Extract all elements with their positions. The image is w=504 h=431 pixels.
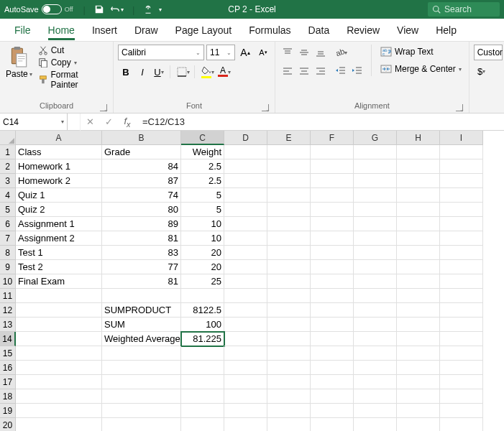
cut-button[interactable]: Cut [37, 45, 109, 56]
decrease-font-button[interactable]: A▾ [255, 45, 271, 60]
cell-I13[interactable] [440, 318, 483, 332]
cell-F17[interactable] [311, 375, 354, 389]
cell-F7[interactable] [311, 231, 354, 246]
row-header-2[interactable]: 2 [0, 159, 16, 174]
cell-D3[interactable] [224, 174, 267, 188]
cell-C8[interactable]: 20 [181, 246, 224, 260]
cell-C3[interactable]: 2.5 [181, 174, 224, 188]
cell-I14[interactable] [440, 332, 483, 346]
align-top-button[interactable] [280, 45, 295, 60]
align-left-button[interactable] [280, 63, 295, 79]
cell-I19[interactable] [440, 404, 483, 418]
cell-I18[interactable] [440, 389, 483, 404]
cell-C6[interactable]: 10 [181, 217, 224, 231]
cell-H9[interactable] [397, 260, 440, 274]
cell-E12[interactable] [267, 303, 311, 318]
cell-E13[interactable] [267, 318, 311, 332]
cell-I7[interactable] [440, 231, 483, 246]
cell-E17[interactable] [267, 375, 311, 389]
cell-D9[interactable] [224, 260, 267, 274]
cell-A6[interactable]: Assignment 1 [16, 217, 102, 231]
cell-A17[interactable] [16, 375, 102, 389]
cell-A10[interactable]: Final Exam [16, 274, 102, 289]
cell-G20[interactable] [354, 418, 397, 431]
cell-E18[interactable] [267, 389, 311, 404]
tab-page-layout[interactable]: Page Layout [167, 20, 241, 40]
row-header-20[interactable]: 20 [0, 418, 16, 431]
cell-E19[interactable] [267, 404, 311, 418]
font-color-button[interactable]: A▾ [216, 64, 232, 80]
cell-B7[interactable]: 81 [102, 231, 181, 246]
cell-B6[interactable]: 89 [102, 217, 181, 231]
cell-G4[interactable] [354, 188, 397, 203]
cell-H20[interactable] [397, 418, 440, 431]
cell-A1[interactable]: Class [16, 145, 102, 159]
cell-F6[interactable] [311, 217, 354, 231]
cell-B12[interactable]: SUMPRODUCT [102, 303, 181, 318]
cell-B19[interactable] [102, 404, 181, 418]
italic-button[interactable]: I [134, 64, 150, 80]
cell-F10[interactable] [311, 274, 354, 289]
cell-F5[interactable] [311, 203, 354, 217]
row-header-8[interactable]: 8 [0, 246, 16, 260]
col-header-C[interactable]: C [181, 131, 224, 145]
name-box[interactable]: C14▾ [0, 113, 68, 130]
row-header-14[interactable]: 14 [0, 332, 16, 346]
accounting-format-button[interactable]: $▾ [474, 63, 490, 79]
copy-button[interactable]: Copy▾ [37, 57, 109, 68]
cell-F1[interactable] [311, 145, 354, 159]
increase-indent-button[interactable] [349, 63, 365, 79]
cell-E14[interactable] [267, 332, 311, 346]
cell-A4[interactable]: Quiz 1 [16, 188, 102, 203]
cell-I1[interactable] [440, 145, 483, 159]
cell-D18[interactable] [224, 389, 267, 404]
alignment-launcher-icon[interactable] [456, 104, 463, 111]
cell-C5[interactable]: 5 [181, 203, 224, 217]
cell-B3[interactable]: 87 [102, 174, 181, 188]
cell-D14[interactable] [224, 332, 267, 346]
row-header-9[interactable]: 9 [0, 260, 16, 274]
cell-I17[interactable] [440, 375, 483, 389]
cell-I15[interactable] [440, 346, 483, 361]
align-middle-button[interactable] [296, 45, 312, 60]
row-header-13[interactable]: 13 [0, 318, 16, 332]
cell-I20[interactable] [440, 418, 483, 431]
align-center-button[interactable] [296, 63, 312, 79]
tab-formulas[interactable]: Formulas [240, 20, 299, 40]
cell-F8[interactable] [311, 246, 354, 260]
merge-center-button[interactable]: Merge & Center▾ [377, 62, 464, 76]
cell-G18[interactable] [354, 389, 397, 404]
align-right-button[interactable] [313, 63, 329, 79]
col-header-E[interactable]: E [267, 131, 311, 145]
cell-H12[interactable] [397, 303, 440, 318]
row-header-15[interactable]: 15 [0, 346, 16, 361]
cell-G9[interactable] [354, 260, 397, 274]
cell-C10[interactable]: 25 [181, 274, 224, 289]
align-bottom-button[interactable] [313, 45, 329, 60]
cell-D6[interactable] [224, 217, 267, 231]
cell-C2[interactable]: 2.5 [181, 159, 224, 174]
cell-C18[interactable] [181, 389, 224, 404]
row-header-3[interactable]: 3 [0, 174, 16, 188]
cell-A11[interactable] [16, 289, 102, 303]
cell-I2[interactable] [440, 159, 483, 174]
cell-A7[interactable]: Assignment 2 [16, 231, 102, 246]
cell-C15[interactable] [181, 346, 224, 361]
tab-file[interactable]: File [6, 20, 40, 40]
cell-I9[interactable] [440, 260, 483, 274]
cell-E4[interactable] [267, 188, 311, 203]
cell-B10[interactable]: 81 [102, 274, 181, 289]
cell-B17[interactable] [102, 375, 181, 389]
cancel-formula-button[interactable]: ✕ [81, 113, 99, 131]
touch-mode-icon[interactable] [143, 4, 153, 14]
cell-C13[interactable]: 100 [181, 318, 224, 332]
cell-D19[interactable] [224, 404, 267, 418]
cell-E1[interactable] [267, 145, 311, 159]
cell-B5[interactable]: 80 [102, 203, 181, 217]
cell-G11[interactable] [354, 289, 397, 303]
tab-help[interactable]: Help [427, 20, 465, 40]
cell-F11[interactable] [311, 289, 354, 303]
cell-A18[interactable] [16, 389, 102, 404]
cell-B13[interactable]: SUM [102, 318, 181, 332]
qat-customize-icon[interactable]: ▾ [159, 6, 162, 13]
